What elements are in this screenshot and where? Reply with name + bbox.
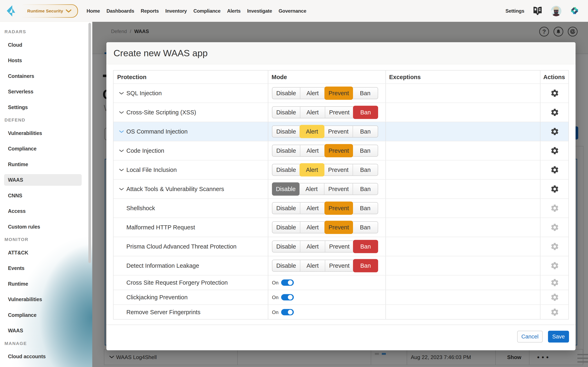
save-button[interactable]: Save [548, 331, 569, 342]
mode-option-ban[interactable]: Ban [353, 259, 378, 272]
sidebar-item-runtime[interactable]: Runtime [0, 276, 92, 292]
mode-option-ban[interactable]: Ban [353, 88, 378, 99]
mode-option-ban[interactable]: Ban [353, 126, 378, 137]
mode-option-ban[interactable]: Ban [353, 184, 378, 195]
row-settings-gear-icon[interactable] [550, 242, 559, 251]
sidebar-item-compliance[interactable]: Compliance [0, 141, 92, 157]
expand-chevron-icon[interactable] [118, 109, 125, 115]
mode-segmented-control: DisableAlertPreventBan [272, 221, 378, 234]
nav-item-inventory[interactable]: Inventory [165, 8, 187, 14]
row-settings-gear-icon[interactable] [550, 89, 559, 98]
mode-option-disable[interactable]: Disable [272, 183, 300, 196]
sidebar-item-vulnerabilities[interactable]: Vulnerabilities [0, 292, 92, 307]
mode-option-prevent[interactable]: Prevent [324, 144, 353, 157]
mode-option-alert[interactable]: Alert [300, 260, 325, 271]
sidebar-item-vulnerabilities[interactable]: Vulnerabilities [0, 125, 92, 141]
row-settings-gear-icon[interactable] [550, 278, 559, 287]
sidebar-item-waas[interactable]: WAAS [0, 323, 92, 338]
docs-book-icon[interactable] [533, 6, 542, 16]
nav-item-governance[interactable]: Governance [279, 8, 306, 14]
sidebar-item-waas[interactable]: WAAS [0, 172, 92, 188]
mode-option-alert[interactable]: Alert [300, 107, 325, 118]
sidebar-item-att-ck[interactable]: ATT&CK [0, 245, 92, 261]
mode-option-alert[interactable]: Alert [300, 163, 324, 176]
mode-option-ban[interactable]: Ban [353, 106, 378, 119]
mode-option-prevent[interactable]: Prevent [325, 260, 354, 271]
row-settings-gear-icon[interactable] [550, 204, 559, 213]
mode-option-prevent[interactable]: Prevent [325, 241, 354, 252]
expand-chevron-icon[interactable] [118, 186, 125, 192]
mode-option-disable[interactable]: Disable [272, 126, 300, 137]
mode-option-disable[interactable]: Disable [272, 145, 300, 156]
row-settings-gear-icon[interactable] [550, 165, 559, 174]
mode-option-disable[interactable]: Disable [272, 222, 300, 233]
toggle-switch[interactable] [281, 280, 294, 286]
nav-item-dashboards[interactable]: Dashboards [106, 8, 134, 14]
nav-item-alerts[interactable]: Alerts [227, 8, 241, 14]
sidebar-item-cloud-accounts[interactable]: Cloud accounts [0, 349, 92, 364]
row-settings-gear-icon[interactable] [550, 108, 559, 117]
nav-item-compliance[interactable]: Compliance [193, 8, 221, 14]
protection-row-local-file-inclusion: Local File InclusionDisableAlertPreventB… [113, 160, 568, 180]
mode-option-alert[interactable]: Alert [300, 241, 325, 252]
sidebar-item-hosts[interactable]: Hosts [0, 53, 92, 68]
sidebar-item-access[interactable]: Access [0, 203, 92, 219]
mode-option-ban[interactable]: Ban [353, 222, 378, 233]
mode-option-alert[interactable]: Alert [300, 88, 325, 99]
nav-item-investigate[interactable]: Investigate [247, 8, 272, 14]
toggle-switch[interactable] [281, 309, 294, 315]
mode-option-disable[interactable]: Disable [272, 260, 300, 271]
mode-option-ban[interactable]: Ban [353, 203, 378, 214]
mode-option-disable[interactable]: Disable [272, 107, 300, 118]
mode-option-alert[interactable]: Alert [300, 125, 324, 138]
nav-item-reports[interactable]: Reports [141, 8, 159, 14]
mode-option-prevent[interactable]: Prevent [324, 126, 353, 137]
sidebar-item-containers[interactable]: Containers [0, 68, 92, 84]
expand-chevron-icon[interactable] [118, 90, 125, 96]
mode-option-ban[interactable]: Ban [353, 164, 378, 175]
mode-option-alert[interactable]: Alert [300, 222, 325, 233]
row-settings-gear-icon[interactable] [550, 223, 559, 232]
sidebar-item-events[interactable]: Events [0, 260, 92, 276]
settings-link[interactable]: Settings [506, 8, 524, 14]
mode-option-alert[interactable]: Alert [300, 203, 325, 214]
mode-option-ban[interactable]: Ban [353, 145, 378, 156]
cancel-button[interactable]: Cancel [517, 331, 543, 342]
expand-chevron-icon[interactable] [118, 128, 125, 134]
sidebar-item-compliance[interactable]: Compliance [0, 307, 92, 323]
nav-item-home[interactable]: Home [86, 8, 100, 14]
sidebar-scrollbar[interactable] [88, 23, 91, 263]
sidebar-item-cnns[interactable]: CNNS [0, 188, 92, 203]
toggle-switch[interactable] [281, 294, 294, 300]
row-settings-gear-icon[interactable] [550, 146, 559, 155]
mode-option-disable[interactable]: Disable [272, 164, 300, 175]
sidebar-item-settings[interactable]: Settings [0, 100, 92, 115]
mode-option-alert[interactable]: Alert [299, 184, 324, 195]
row-settings-gear-icon[interactable] [550, 184, 559, 193]
mode-option-disable[interactable]: Disable [272, 241, 300, 252]
mode-option-ban[interactable]: Ban [353, 240, 378, 253]
row-settings-gear-icon[interactable] [550, 261, 559, 270]
row-settings-gear-icon[interactable] [550, 293, 559, 302]
mode-option-prevent[interactable]: Prevent [325, 107, 354, 118]
sidebar-item-custom-rules[interactable]: Custom rules [0, 219, 92, 235]
expand-chevron-icon[interactable] [118, 148, 125, 154]
row-settings-gear-icon[interactable] [550, 127, 559, 136]
expand-chevron-icon[interactable] [118, 167, 125, 173]
user-avatar[interactable] [551, 6, 562, 16]
mode-option-prevent[interactable]: Prevent [324, 221, 353, 234]
mode-option-prevent[interactable]: Prevent [324, 202, 353, 215]
mode-option-disable[interactable]: Disable [272, 203, 300, 214]
mode-option-prevent[interactable]: Prevent [324, 87, 353, 100]
sidebar-item-runtime[interactable]: Runtime [0, 157, 92, 172]
ai-spark-icon[interactable] [570, 6, 579, 16]
row-settings-gear-icon[interactable] [550, 308, 559, 317]
mode-option-prevent[interactable]: Prevent [324, 164, 353, 175]
sidebar-item-serverless[interactable]: Serverless [0, 84, 92, 100]
prisma-cloud-logo-icon[interactable] [7, 5, 15, 17]
mode-option-prevent[interactable]: Prevent [324, 184, 353, 195]
module-switcher[interactable]: Runtime Security [21, 4, 78, 18]
mode-option-alert[interactable]: Alert [300, 145, 325, 156]
sidebar-item-cloud[interactable]: Cloud [0, 37, 92, 53]
mode-option-disable[interactable]: Disable [272, 88, 300, 99]
